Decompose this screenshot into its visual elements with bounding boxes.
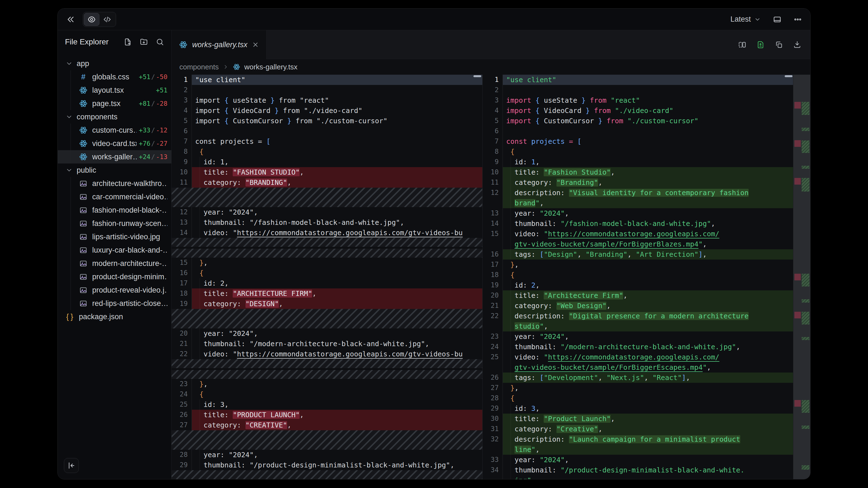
new-folder-icon[interactable] [140,38,148,46]
line-number: 7 [172,136,188,147]
collapsed-region[interactable] [172,470,482,479]
line-number: 6 [172,126,188,136]
line-number: 8 [172,147,188,157]
chevron-down-icon [65,60,73,67]
ruler-added-mark [802,312,809,325]
tree-file-globals.css[interactable]: #globals.css+51/-50 [58,70,171,84]
new-code-line-24: 24 thumbnail: "/modern-architecture-blac… [483,342,793,352]
tree-file-lips-artistic-video.jpg[interactable]: lips-artistic-video.jpg [58,230,171,243]
tree-folder-public[interactable]: public [58,163,171,177]
scrollbar-thumb[interactable] [785,75,793,77]
scrollbar-thumb[interactable] [473,75,481,77]
ruler-added-mark [802,400,809,413]
file-label: package.json [79,313,167,321]
new-code-line-13: 13 year: "2024", [483,208,793,219]
tree-file-modern-architecture-[interactable]: modern-architecture-… [58,257,171,270]
tree-file-product-reveal-video.j-[interactable]: product-reveal-video.j… [58,284,171,297]
line-number: 18 [172,288,188,299]
collapsed-region[interactable] [172,359,482,379]
new-code-line-wrap: gtv-videos-bucket/sample/ForBiggerBlazes… [483,239,793,249]
line-number: 17 [172,278,188,288]
old-code-line-23: 23 }, [172,379,482,389]
split-view-icon[interactable] [738,40,746,49]
new-code-line-18: 18 { [483,270,793,280]
download-icon[interactable] [793,40,801,49]
line-number: 31 [483,424,499,434]
breadcrumb-file[interactable]: works-gallery.tsx [244,63,298,71]
tree-file-custom-curs-[interactable]: custom-curs…+33/-12 [58,124,171,137]
collapsed-region[interactable] [172,309,482,328]
line-number: 4 [172,105,188,116]
new-code-line-6: 6 [483,126,793,136]
close-tab-icon[interactable] [252,41,259,48]
tree-folder-app[interactable]: app [58,57,171,70]
new-code-line-19: 19 id: 2, [483,280,793,290]
breadcrumb-folder[interactable]: components [179,63,219,71]
new-code-line-20: 20 title: "Architecture Firm", [483,290,793,301]
diff-stats: +24/-13 [139,153,167,160]
panel-layout-icon[interactable] [773,15,781,24]
search-icon[interactable] [156,38,164,46]
collapsed-region[interactable] [172,238,482,258]
chevron-down-icon [65,113,73,121]
tree-file-luxury-car-black-and-[interactable]: luxury-car-black-and-… [58,243,171,257]
tab-bar: works-gallery.tsx [172,30,810,59]
react-icon [79,99,88,108]
line-number [483,475,499,479]
tree-file-fashion-runway-scen-[interactable]: fashion-runway-scen… [58,217,171,230]
line-number: 9 [172,157,188,167]
tree-file-layout.tsx[interactable]: layout.tsx+51 [58,84,171,97]
line-number: 27 [172,420,188,430]
line-number: 23 [172,379,188,389]
collapsed-region[interactable] [172,188,482,207]
tree-folder-components[interactable]: components [58,110,171,124]
collapsed-region[interactable] [172,430,482,450]
new-file-icon[interactable] [124,38,132,46]
img-icon [79,232,88,241]
new-code-line-wrap: gtv-videos-bucket/sample/ForBiggerEscape… [483,362,793,372]
collapse-explorer-button[interactable] [64,458,79,473]
tree-file-package.json[interactable]: { }package.json [58,310,171,323]
tree-file-fashion-model-black-[interactable]: fashion-model-black-… [58,203,171,217]
line-number: 15 [172,258,188,268]
diff-pane-old[interactable]: 1"use client"23import { useState } from … [172,75,483,479]
tree-file-works-galler-[interactable]: works-galler…+24/-13 [58,150,171,163]
version-dropdown[interactable]: Latest [730,15,761,24]
line-number: 12 [483,188,499,198]
braces-icon: { } [65,312,74,321]
new-code-line-wrap: line", [483,445,793,455]
tab-works-gallery[interactable]: works-gallery.tsx [172,30,267,59]
diff-overview-ruler[interactable] [793,75,810,479]
diff-view-icon[interactable] [756,40,765,49]
diff-stats: +81/-28 [139,100,167,107]
tree-file-red-lips-artistic-close-[interactable]: red-lips-artistic-close… [58,297,171,310]
tree-file-architecture-walkthro-[interactable]: architecture-walkthro… [58,177,171,190]
old-code-line-2: 2 [172,85,482,95]
diff-pane-new[interactable]: 1"use client"23import { useState } from … [483,75,793,479]
new-code-line-9: 9 id: 1, [483,157,793,167]
code-toggle-button[interactable] [99,13,115,26]
tree-file-page.tsx[interactable]: page.tsx+81/-28 [58,97,171,110]
tree-file-product-design-minim-[interactable]: product-design-minim… [58,270,171,284]
preview-toggle-button[interactable] [84,13,99,26]
file-label: fashion-model-black-… [92,206,167,215]
ruler-added-mark [802,465,809,470]
collapse-sidebar-icon[interactable] [66,15,75,24]
react-icon [79,139,88,148]
line-number: 19 [172,299,188,309]
tree-file-car-commercial-video-[interactable]: car-commercial-video… [58,190,171,203]
copy-icon[interactable] [775,40,783,49]
old-code-line-8: 8 { [172,147,482,157]
old-code-line-7: 7const projects = [ [172,136,482,147]
new-code-line-23: 23 year: "2024", [483,331,793,342]
old-code-line-10: 10 title: "FASHION STUDIO", [172,167,482,177]
line-number: 11 [483,177,499,188]
new-code-line-8: 8 { [483,147,793,157]
tree-file-video-card.tsx[interactable]: video-card.tsx+76/-27 [58,137,171,150]
old-code-line-12: 12 year: "2024", [172,207,482,217]
line-number: 28 [483,393,499,403]
more-menu-icon[interactable] [794,15,802,24]
file-label: video-card.tsx [92,139,136,148]
file-label: car-commercial-video… [92,193,167,201]
file-label: fashion-runway-scen… [92,219,167,228]
